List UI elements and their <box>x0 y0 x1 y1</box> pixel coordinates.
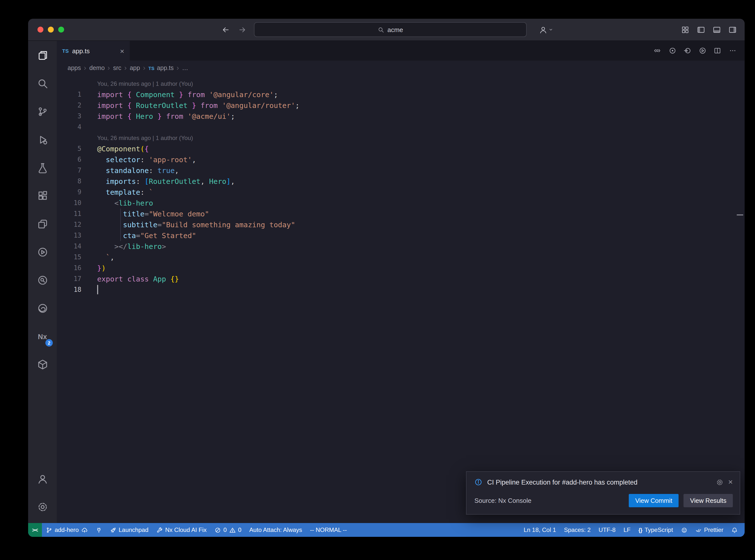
zoom-window-button[interactable] <box>58 27 64 33</box>
source-control-icon <box>37 106 48 117</box>
play-circle-icon <box>37 246 48 258</box>
warning-icon <box>229 527 236 533</box>
activity-item-extensions[interactable] <box>28 182 57 210</box>
status-text: add-hero <box>55 526 79 533</box>
back-arrow-icon[interactable] <box>221 25 230 34</box>
activity-item-explorer[interactable] <box>28 41 57 69</box>
toggle-primary-sidebar-button[interactable] <box>697 25 705 34</box>
status-text: 0 <box>238 526 242 533</box>
profile-menu[interactable] <box>539 25 553 34</box>
breadcrumb-item-src[interactable]: src <box>113 65 121 72</box>
tab-bar: TS app.ts × <box>57 41 744 61</box>
tab-app-ts[interactable]: TS app.ts × <box>57 41 130 61</box>
split-editor-button[interactable] <box>714 47 721 55</box>
breadcrumb-item-demo[interactable]: demo <box>89 65 105 72</box>
run-below-button[interactable] <box>683 47 691 55</box>
breadcrumb-separator-icon <box>123 65 128 71</box>
windows-icon <box>37 218 48 230</box>
status-bar: ><add-heroLaunchpadNx Cloud AI Fix00Auto… <box>28 523 744 537</box>
code-line: 18 <box>57 284 744 295</box>
status-encoding[interactable]: UTF-8 <box>595 523 620 537</box>
code-text: selector: 'app-root', <box>81 154 196 165</box>
open-changes-button[interactable] <box>653 47 661 55</box>
line-number: 3 <box>57 111 81 122</box>
status-cursor-position[interactable]: Ln 18, Col 1 <box>520 523 560 537</box>
activity-item-accounts[interactable] <box>28 465 57 493</box>
code-line: 16}) <box>57 263 744 274</box>
view-commit-button[interactable]: View Commit <box>629 494 679 507</box>
status-plug[interactable] <box>92 523 106 537</box>
activity-item-code-search[interactable] <box>28 266 57 294</box>
breadcrumb-item--[interactable]: … <box>182 65 188 72</box>
blame-text: You, 26 minutes ago | 1 author (You) <box>81 78 193 89</box>
code-line: 17export class App {} <box>57 274 744 284</box>
more-actions-button[interactable] <box>729 47 736 55</box>
blame-text: You, 26 minutes ago | 1 author (You) <box>81 133 193 143</box>
breadcrumb-item-app[interactable]: app <box>130 65 140 72</box>
activity-item-search[interactable] <box>28 69 57 98</box>
code-text: export class App {} <box>81 274 179 284</box>
view-results-button[interactable]: View Results <box>684 494 733 507</box>
check-double-icon <box>695 527 701 533</box>
activity-item-package-explorer[interactable] <box>28 351 57 379</box>
status-auto-attach[interactable]: Auto Attach: Always <box>245 523 306 537</box>
nx-icon: Nx <box>38 333 47 340</box>
breadcrumb-item-app-ts[interactable]: TSapp.ts <box>148 65 174 72</box>
code-line: 4 <box>57 122 744 133</box>
editor-actions <box>653 41 744 61</box>
activity-item-testing[interactable] <box>28 154 57 182</box>
code-line: 2import { RouterOutlet } from '@angular/… <box>57 100 744 111</box>
line-number: 17 <box>57 274 81 284</box>
notification-settings-icon[interactable] <box>716 478 723 486</box>
notification-close-icon[interactable]: × <box>728 478 733 486</box>
code-line: 13 cta="Get Started" <box>57 230 744 241</box>
run-project-button[interactable] <box>698 47 706 55</box>
activity-item-nx-console[interactable]: Nx2 <box>28 322 57 351</box>
status-prettier[interactable]: Prettier <box>691 523 728 537</box>
run-target-button[interactable] <box>669 47 676 55</box>
forward-arrow-icon[interactable] <box>238 25 246 34</box>
code-line: 3import { Hero } from '@acme/ui'; <box>57 111 744 122</box>
status-branch[interactable]: add-hero <box>42 523 92 537</box>
braces-icon: {} <box>638 527 642 533</box>
activity-item-gitlens[interactable] <box>28 238 57 266</box>
breadcrumb-label: src <box>113 65 121 72</box>
code-line: 11 title="Welcmoe demo" <box>57 208 744 219</box>
remote-icon: >< <box>32 527 38 533</box>
toggle-secondary-sidebar-button[interactable] <box>728 25 737 34</box>
status-indentation[interactable]: Spaces: 2 <box>560 523 595 537</box>
line-number: 14 <box>57 241 81 252</box>
status-vim-mode[interactable]: -- NORMAL -- <box>306 523 351 537</box>
status-problems[interactable]: 00 <box>211 523 245 537</box>
status-feedback[interactable] <box>677 523 691 537</box>
status-nx-cloud-ai-fix[interactable]: Nx Cloud AI Fix <box>152 523 211 537</box>
code-editor[interactable]: You, 26 minutes ago | 1 author (You)1imp… <box>57 75 744 523</box>
command-center-search[interactable]: acme <box>254 22 527 37</box>
customize-layout-button[interactable] <box>681 25 690 34</box>
status-notifications[interactable] <box>728 523 742 537</box>
status-remote[interactable]: >< <box>28 523 42 537</box>
close-tab-icon[interactable]: × <box>120 47 124 55</box>
code-line: 8 imports: [RouterOutlet, Hero], <box>57 176 744 187</box>
close-window-button[interactable] <box>38 27 43 33</box>
status-launchpad[interactable]: Launchpad <box>106 523 152 537</box>
toggle-panel-button[interactable] <box>713 25 721 34</box>
search-value: acme <box>388 26 403 33</box>
activity-item-source-control[interactable] <box>28 98 57 126</box>
minimize-window-button[interactable] <box>48 27 54 33</box>
status-text: Nx Cloud AI Fix <box>165 526 206 533</box>
status-eol[interactable]: LF <box>620 523 634 537</box>
breadcrumb-item-apps[interactable]: apps <box>67 65 81 72</box>
error-icon <box>215 527 221 533</box>
code-text: import { Hero } from '@acme/ui'; <box>81 111 235 122</box>
window-controls <box>38 19 64 40</box>
status-language[interactable]: {}TypeScript <box>634 523 677 537</box>
code-text: }) <box>81 263 106 274</box>
activity-item-edge-tools[interactable] <box>28 294 57 322</box>
activity-item-run-debug[interactable] <box>28 126 57 154</box>
activity-item-settings[interactable] <box>28 493 57 521</box>
typescript-file-icon: TS <box>62 48 69 54</box>
wrench-icon <box>156 527 163 533</box>
activity-item-remote-explorer[interactable] <box>28 210 57 238</box>
notification-footer: Source: Nx Console View Commit View Resu… <box>466 490 740 514</box>
